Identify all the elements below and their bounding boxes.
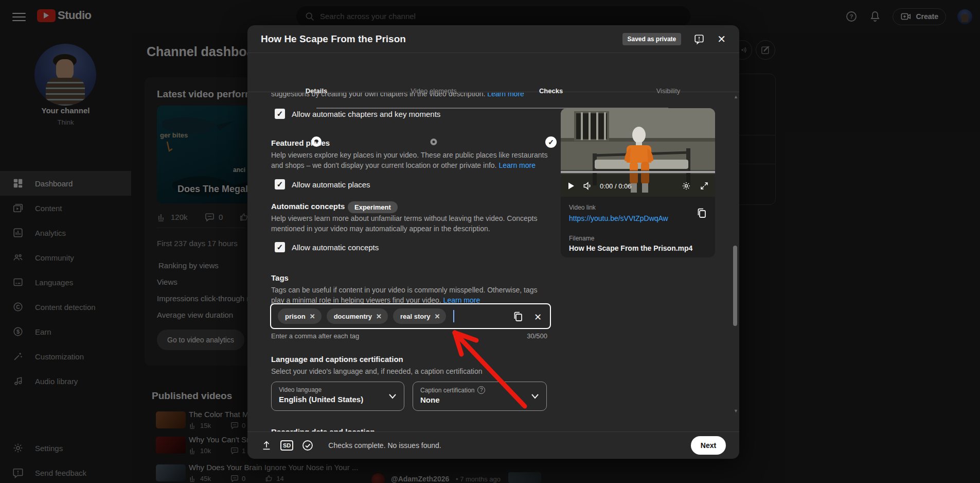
checkbox-checked-icon[interactable]: ✓ [275, 242, 285, 252]
sd-quality-badge: SD [280, 440, 293, 451]
caption-certification-select[interactable]: Caption certification ? None [413, 382, 547, 411]
recording-section-title: Recording date and location [271, 427, 375, 432]
chapters-checkbox-row: ✓ Allow automatic chapters and key momen… [275, 109, 440, 119]
automatic-concepts-title: Automatic concepts [271, 202, 345, 211]
places-checkbox-row: ✓ Allow automatic places [275, 179, 370, 189]
language-section-desc: Select your video's language and, if nee… [271, 366, 580, 376]
language-section-title: Language and captions certification [271, 355, 403, 364]
tags-input[interactable]: prison ✕ documentry ✕ real story ✕ ✕ [270, 303, 551, 329]
tag-chip[interactable]: real story ✕ [393, 308, 446, 324]
featured-places-title: Featured places [271, 139, 330, 147]
clipped-description: suggestions by creating your own chapter… [271, 93, 600, 99]
remove-tag-icon[interactable]: ✕ [435, 313, 440, 320]
tags-title: Tags [271, 273, 289, 282]
player-settings-icon[interactable] [681, 181, 691, 191]
learn-more-link[interactable]: Learn more [498, 161, 536, 169]
tag-chip[interactable]: prison ✕ [278, 308, 322, 324]
video-details-dialog: How He Scape From the Prison Saved as pr… [247, 25, 739, 459]
video-link-label: Video link [569, 204, 596, 211]
video-language-select[interactable]: Video language English (United States) [271, 382, 404, 411]
video-time: 0:00 / 0:06 [600, 182, 631, 190]
dialog-footer: SD Checks complete. No issues found. Nex… [247, 432, 739, 459]
checkbox-checked-icon[interactable]: ✓ [275, 179, 285, 189]
video-player[interactable]: 0:00 / 0:06 [561, 108, 715, 197]
dialog-content: suggestions by creating your own chapter… [247, 93, 739, 432]
dialog-header: How He Scape From the Prison Saved as pr… [247, 25, 739, 53]
youtube-studio-page: Studio ? Create Your channel Think Dashb… [0, 0, 980, 483]
scrollbar-down-arrow[interactable]: ▼ [734, 408, 738, 413]
filename-label: Filename [569, 235, 594, 242]
tags-char-counter: 30/500 [271, 332, 547, 340]
remove-tag-icon[interactable]: ✕ [376, 313, 382, 320]
play-icon[interactable] [567, 182, 575, 190]
close-icon[interactable]: ✕ [717, 33, 726, 45]
checkbox-label: Allow automatic chapters and key moments [292, 110, 440, 118]
video-link[interactable]: https://youtu.be/sVVtZpDwqAw [569, 214, 668, 222]
checks-done-icon [301, 439, 314, 452]
video-preview-card: 0:00 / 0:06 Video link https://youtu.be/… [561, 108, 715, 257]
scrollbar-thumb[interactable] [733, 246, 737, 326]
checkbox-checked-icon[interactable]: ✓ [275, 109, 285, 119]
concepts-checkbox-row: ✓ Allow automatic concepts [275, 242, 379, 252]
featured-places-desc: Help viewers explore key places in your … [271, 150, 549, 170]
chevron-down-icon [531, 393, 539, 400]
dialog-stepper: Details Video elements Checks ✓ Visibili… [247, 53, 739, 92]
video-progress-bar[interactable] [561, 171, 715, 173]
upload-status-icon [261, 440, 272, 451]
scrollbar-up-arrow[interactable]: ▲ [734, 94, 738, 99]
fullscreen-icon[interactable] [700, 181, 709, 191]
automatic-concepts-desc: Help viewers learn more about unfamiliar… [271, 213, 549, 234]
saved-status-badge: Saved as private [622, 33, 682, 45]
checkbox-label: Allow automatic places [292, 180, 370, 189]
checkbox-label: Allow automatic concepts [292, 243, 379, 252]
clear-tags-icon[interactable]: ✕ [534, 312, 542, 323]
copy-tags-icon[interactable] [512, 310, 524, 325]
next-button[interactable]: Next [691, 436, 726, 455]
checks-status-text: Checks complete. No issues found. [328, 441, 441, 450]
tag-chip[interactable]: documentry ✕ [327, 308, 388, 324]
send-feedback-icon[interactable] [693, 33, 705, 45]
volume-icon[interactable] [582, 181, 593, 191]
tags-desc: Tags can be useful if content in your vi… [271, 285, 549, 305]
dialog-title: How He Scape From the Prison [261, 33, 406, 45]
learn-more-link[interactable]: Learn more [487, 93, 524, 98]
text-cursor [453, 310, 454, 322]
copy-link-icon[interactable] [696, 207, 708, 221]
chevron-down-icon [388, 393, 397, 400]
filename-value: How He Scape From the Prison.mp4 [569, 244, 692, 252]
help-circle-icon: ? [477, 386, 485, 394]
remove-tag-icon[interactable]: ✕ [310, 313, 315, 320]
experiment-badge: Experiment [348, 201, 398, 213]
